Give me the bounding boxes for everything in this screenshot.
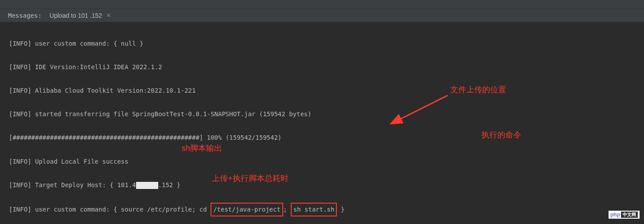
close-icon[interactable]: ✕: [106, 12, 111, 19]
log-line: [INFO] Upload Local File success: [9, 156, 635, 168]
annotation-sh-output: sh脚本输出: [182, 143, 222, 153]
redacted-ip: [136, 182, 158, 189]
watermark: php 中文网: [609, 211, 640, 219]
upload-tab[interactable]: Upload to 101 .152 ✕: [50, 12, 111, 19]
log-line: [INFO] Target Deploy Host: { 101.4.152 }: [9, 179, 635, 191]
highlighted-command: sh start.sh: [291, 203, 337, 216]
log-line: [INFO] IDE Version:IntelliJ IDEA 2022.1.…: [9, 61, 635, 73]
console-output[interactable]: [INFO] user custom command: { null } [IN…: [0, 22, 644, 224]
watermark-cn: 中文网: [621, 212, 638, 218]
log-line: [INFO] user custom command: { source /et…: [9, 203, 635, 216]
top-bar: [0, 0, 644, 9]
watermark-php: php: [610, 212, 620, 218]
annotation-upload-location: 文件上传的位置: [450, 84, 506, 95]
highlighted-path: /test/java-project: [211, 203, 283, 216]
annotation-total-time: 上传+执行脚本总耗时: [212, 173, 289, 184]
log-line: [INFO] user custom command: { null }: [9, 38, 635, 50]
log-line: [INFO] Alibaba Cloud Toolkit Version:202…: [9, 85, 635, 97]
tab-title: Upload to 101 .152: [50, 12, 102, 19]
messages-label: Messages:: [8, 12, 42, 19]
tab-bar: Messages: Upload to 101 .152 ✕: [0, 9, 644, 22]
log-line: [#######################################…: [9, 132, 635, 144]
log-line: [INFO] started transferring file SpringB…: [9, 108, 635, 120]
annotation-exec-command: 执行的命令: [481, 130, 521, 140]
